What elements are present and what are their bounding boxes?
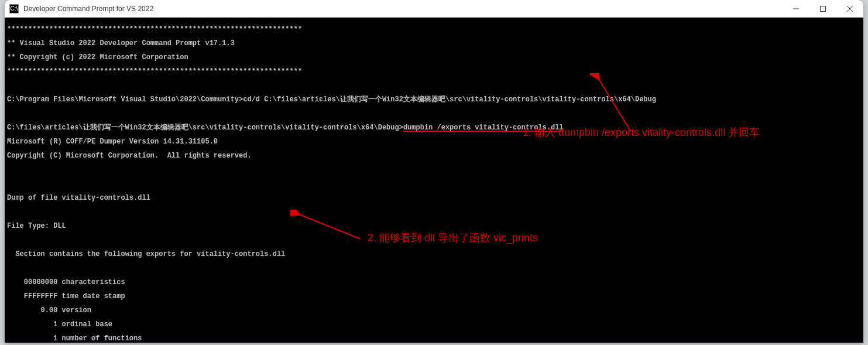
output-line [7,265,861,272]
output-line: Dump of file vitality-controls.dll [7,194,861,201]
window-title: Developer Command Prompt for VS 2022 [23,5,783,13]
output-line: ** Visual Studio 2022 Developer Command … [7,40,861,47]
output-line: 0.00 version [7,307,861,314]
output-line [7,209,861,216]
prompt-line: C:\Program Files\Microsoft Visual Studio… [7,96,861,103]
maximize-button[interactable] [809,0,836,18]
window-controls [783,0,863,18]
output-line: File Type: DLL [7,223,861,230]
output-line: 1 number of functions [7,335,861,342]
output-line: ****************************************… [7,68,861,75]
terminal-content[interactable]: ****************************************… [5,18,863,343]
cmd-icon: C:\ [9,4,19,13]
output-line [7,110,861,117]
annotation-text-1: 1. 输入 dumpbin /exports vitality-controls… [523,129,760,136]
output-line: FFFFFFFF time date stamp [7,293,861,300]
output-line [7,180,861,187]
output-line: Copyright (C) Microsoft Corporation. All… [7,152,861,159]
output-line: 1 ordinal base [7,321,861,328]
output-line: ****************************************… [7,26,861,33]
annotation-text-2: 2. 能够看到 dll 导出了函数 vic_prints [368,234,538,241]
output-line [7,166,861,173]
output-line [7,82,861,89]
prompt-path: C:\files\articles\让我们写一个Win32文本编辑器吧\src\… [7,124,403,132]
minimize-button[interactable] [783,0,809,18]
output-line: ** Copyright (c) 2022 Microsoft Corporat… [7,54,861,61]
terminal-window: C:\ Developer Command Prompt for VS 2022… [5,0,863,343]
close-button[interactable] [836,0,863,18]
output-line: 00000000 characteristics [7,279,861,286]
svg-rect-1 [821,6,826,11]
output-line: Section contains the following exports f… [7,251,861,258]
output-line: Microsoft (R) COFF/PE Dumper Version 14.… [7,138,861,145]
titlebar[interactable]: C:\ Developer Command Prompt for VS 2022 [5,0,863,18]
